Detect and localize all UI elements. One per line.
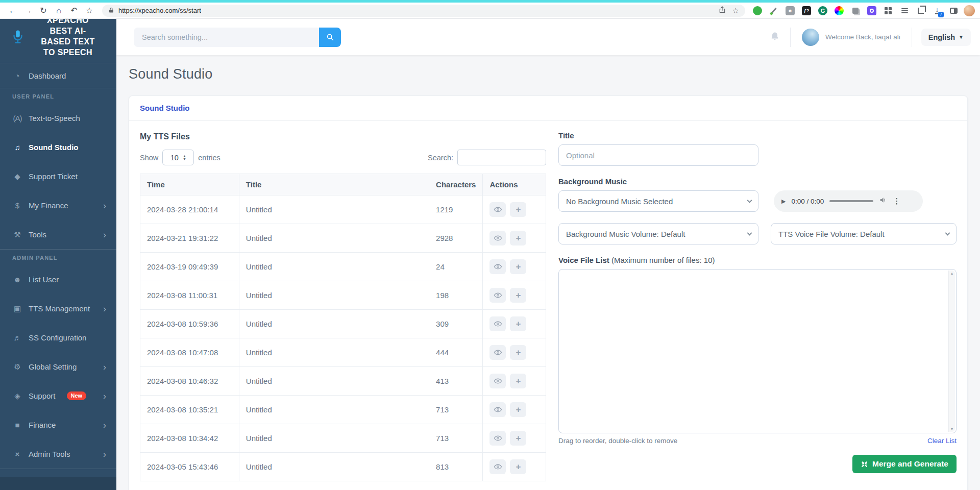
view-file-button[interactable] xyxy=(489,459,506,474)
view-file-button[interactable] xyxy=(489,431,506,446)
table-row: 2024-03-08 10:35:21Untitled713 + xyxy=(140,396,546,424)
forward-icon[interactable]: → xyxy=(20,6,36,15)
search-icon xyxy=(326,33,334,41)
user-avatar[interactable] xyxy=(802,29,819,46)
text-to-speech-icon: (A) xyxy=(12,114,22,122)
add-to-list-button[interactable]: + xyxy=(510,288,526,303)
plus-icon: + xyxy=(516,233,521,243)
merge-icon xyxy=(861,460,868,468)
grammarly-extension-icon[interactable]: G xyxy=(818,6,828,16)
undo-icon[interactable]: ↶ xyxy=(66,6,82,15)
my-tts-files-panel: My TTS Files Show 10 ▲▼ entries xyxy=(140,131,546,490)
back-icon[interactable]: ← xyxy=(5,6,20,15)
view-file-button[interactable] xyxy=(489,259,506,274)
view-file-button[interactable] xyxy=(489,345,506,360)
add-to-list-button[interactable]: + xyxy=(510,459,526,474)
voice-file-list[interactable]: ▲ ▼ xyxy=(558,269,957,433)
home-icon[interactable]: ⌂ xyxy=(51,6,66,15)
apps-grid-icon[interactable] xyxy=(883,6,893,16)
browser-profile-avatar[interactable] xyxy=(964,5,975,16)
users-icon: ☻ xyxy=(12,275,22,284)
sidebar-item-tts-management[interactable]: ▣ TTS Management › xyxy=(0,294,116,323)
tts-voice-volume-select[interactable]: TTS Voice File Volume: Default xyxy=(771,223,957,244)
lock-icon xyxy=(108,6,114,15)
plus-icon: + xyxy=(516,319,521,329)
extensions-bar: ☻ ƒ? G ↓7 xyxy=(750,6,961,16)
column-header-time[interactable]: Time xyxy=(140,174,239,195)
play-icon[interactable]: ▶ xyxy=(781,198,786,205)
eye-icon xyxy=(494,234,502,242)
column-header-characters[interactable]: Characters xyxy=(429,174,483,195)
gray-extension-icon[interactable]: ☻ xyxy=(785,6,795,16)
colorpicker-extension-icon[interactable] xyxy=(834,6,844,16)
font-extension-icon[interactable]: ƒ? xyxy=(801,6,812,16)
save-bookmark-star-icon[interactable]: ☆ xyxy=(732,6,739,15)
view-file-button[interactable] xyxy=(489,231,506,246)
add-to-list-button[interactable]: + xyxy=(510,374,526,388)
reading-mode-icon[interactable] xyxy=(948,6,959,16)
sidebar-item-support-ticket[interactable]: ◆ Support Ticket xyxy=(0,162,116,191)
sidebar-item-dashboard[interactable]: ◔ Dashboard xyxy=(0,63,116,88)
bookmark-star-icon[interactable]: ☆ xyxy=(82,6,97,15)
sidebar-caption-user-panel: USER PANEL xyxy=(0,88,116,104)
crop-extension-icon[interactable] xyxy=(916,6,926,16)
add-to-list-button[interactable]: + xyxy=(510,202,526,217)
entries-per-page-select[interactable]: 10 ▲▼ xyxy=(162,150,194,165)
table-row: 2024-03-08 10:46:32Untitled413 + xyxy=(140,367,546,396)
volume-icon[interactable] xyxy=(879,196,887,206)
background-music-volume-select[interactable]: Background Music Volume: Default xyxy=(558,223,758,244)
view-file-button[interactable] xyxy=(489,202,506,217)
scrollbar[interactable]: ▲ ▼ xyxy=(948,271,955,432)
chevron-right-icon: › xyxy=(103,450,106,459)
sidebar-item-tools[interactable]: ⚒ Tools › xyxy=(0,220,116,249)
search-input[interactable] xyxy=(134,28,319,47)
sidebar-item-my-finance[interactable]: $ My Finance › xyxy=(0,191,116,220)
add-to-list-button[interactable]: + xyxy=(510,431,526,446)
share-icon[interactable] xyxy=(718,6,726,16)
sidebar-item-global-setting[interactable]: ⚙ Global Setting › xyxy=(0,352,116,381)
notifications-button[interactable] xyxy=(760,31,790,43)
view-file-button[interactable] xyxy=(489,316,506,331)
search-button[interactable] xyxy=(319,28,341,47)
app-logo[interactable]: XPEACHO BEST AI- BASED TEXT TO SPEECH xyxy=(0,19,116,63)
purple-extension-icon[interactable] xyxy=(867,6,877,16)
sidebar-item-ss-configuration[interactable]: ♬ SS Configuration xyxy=(0,323,116,352)
green-extension-icon[interactable] xyxy=(752,6,763,16)
stack-extension-icon[interactable] xyxy=(850,6,861,16)
add-to-list-button[interactable]: + xyxy=(510,231,526,246)
add-to-list-button[interactable]: + xyxy=(510,345,526,360)
view-file-button[interactable] xyxy=(489,374,506,388)
sidebar-item-sound-studio[interactable]: ♫ Sound Studio xyxy=(0,133,116,162)
downloads-icon[interactable]: ↓7 xyxy=(932,6,942,16)
microphone-logo-icon xyxy=(10,29,26,44)
scroll-down-icon[interactable]: ▼ xyxy=(949,427,955,431)
add-to-list-button[interactable]: + xyxy=(510,259,526,274)
sidebar-item-support[interactable]: ◈ Support New › xyxy=(0,381,116,410)
crossed-tools-icon: × xyxy=(12,450,22,458)
clear-list-link[interactable]: Clear List xyxy=(927,437,957,445)
add-to-list-button[interactable]: + xyxy=(510,316,526,331)
reload-icon[interactable]: ↻ xyxy=(36,6,51,15)
add-to-list-button[interactable]: + xyxy=(510,402,526,417)
table-search-input[interactable] xyxy=(457,150,546,165)
view-file-button[interactable] xyxy=(489,288,506,303)
pen-extension-icon[interactable] xyxy=(769,6,779,16)
sidebar-item-list-user[interactable]: ☻ List User xyxy=(0,265,116,294)
background-music-select[interactable]: No Background Music Selected xyxy=(558,190,758,212)
view-file-button[interactable] xyxy=(489,402,506,417)
column-header-title[interactable]: Title xyxy=(239,174,429,195)
audio-progress-bar[interactable] xyxy=(829,200,873,202)
tab-sound-studio[interactable]: Sound Studio xyxy=(140,104,189,112)
sidebar-item-text-to-speech[interactable]: (A) Text-to-Speech xyxy=(0,104,116,133)
sidebar-item-finance[interactable]: ■ Finance › xyxy=(0,410,116,439)
playlist-extension-icon[interactable] xyxy=(899,6,910,16)
address-bar[interactable]: https://xpeacho.com/ss/start ☆ xyxy=(102,5,745,17)
audio-menu-icon[interactable]: ⋮ xyxy=(893,197,900,206)
voice-file-list-label: Voice File List (Maximum number of files… xyxy=(558,256,957,264)
up-down-arrows-icon: ▲▼ xyxy=(183,155,186,161)
sidebar-item-admin-tools[interactable]: × Admin Tools › xyxy=(0,439,116,469)
scroll-up-icon[interactable]: ▲ xyxy=(949,272,955,275)
merge-and-generate-button[interactable]: Merge and Generate xyxy=(852,455,957,473)
language-selector[interactable]: English ▼ xyxy=(921,29,971,46)
title-input[interactable] xyxy=(558,144,758,166)
